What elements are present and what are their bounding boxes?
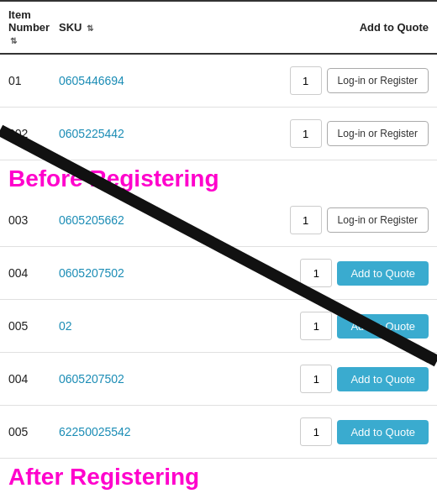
item-number: 002 [8, 127, 59, 140]
login-register-button[interactable]: Log-in or Register [327, 121, 429, 146]
after-registering-label: After Registering [0, 459, 437, 492]
quantity-input[interactable] [290, 66, 322, 95]
before-registering-label: Before Registering [0, 160, 437, 194]
sku-value: 0605446694 [59, 74, 277, 87]
add-to-quote-cell: Add to Quote [277, 312, 429, 340]
sku-value: 0605207502 [59, 266, 277, 280]
quantity-input[interactable] [300, 365, 332, 393]
item-number: 004 [8, 266, 59, 280]
add-to-quote-cell: Log-in or Register [277, 206, 429, 234]
quantity-input[interactable] [290, 119, 322, 148]
table-header: Item Number ⇅ SKU ⇅ Add to Quote [0, 0, 437, 55]
sku-value: 0605205662 [59, 213, 277, 227]
sku-value: 0605207502 [59, 372, 277, 386]
add-to-quote-cell: Log-in or Register [277, 119, 429, 148]
sort-arrow-item[interactable]: ⇅ [10, 36, 17, 45]
add-to-quote-cell: Add to Quote [277, 417, 429, 446]
login-register-button[interactable]: Log-in or Register [327, 207, 429, 233]
sku-value: 0605225442 [59, 127, 277, 140]
quantity-input[interactable] [300, 259, 332, 287]
quantity-input[interactable] [300, 312, 332, 340]
login-register-button[interactable]: Log-in or Register [327, 68, 429, 93]
quantity-input[interactable] [300, 417, 332, 446]
add-to-quote-cell: Add to Quote [277, 259, 429, 287]
table-row: 005 02 Add to Quote [0, 300, 437, 353]
item-number: 005 [8, 425, 59, 438]
table-row: 005 62250025542 Add to Quote [0, 406, 437, 459]
table-row: 002 0605225442 Log-in or Register [0, 108, 437, 160]
item-number: 003 [8, 213, 59, 227]
sku-value: 02 [59, 319, 277, 333]
table-row: 004 0605207502 Add to Quote [0, 353, 437, 406]
table-row: 006 0605305682 Add to Quote [0, 492, 437, 504]
table-row: 004 0605207502 Add to Quote [0, 247, 437, 300]
table-row: 01 0605446694 Log-in or Register [0, 55, 437, 108]
product-table: Item Number ⇅ SKU ⇅ Add to Quote 01 0605… [0, 0, 437, 504]
add-to-quote-button[interactable]: Add to Quote [337, 420, 429, 444]
item-number: 005 [8, 319, 59, 333]
quantity-input[interactable] [290, 206, 322, 234]
add-to-quote-button[interactable]: Add to Quote [337, 314, 429, 339]
add-to-quote-cell: Add to Quote [277, 365, 429, 393]
add-to-quote-button[interactable]: Add to Quote [337, 367, 429, 391]
table-row: 003 0605205662 Log-in or Register [0, 194, 437, 247]
col-sku: SKU ⇅ [59, 21, 277, 34]
sku-value: 62250025542 [59, 425, 277, 438]
add-to-quote-cell: Log-in or Register [277, 66, 429, 95]
col-item-number: Item Number ⇅ [8, 8, 59, 46]
item-number: 01 [8, 74, 59, 87]
col-add-to-quote: Add to Quote [277, 21, 429, 34]
add-to-quote-button[interactable]: Add to Quote [337, 261, 429, 286]
item-number: 004 [8, 372, 59, 386]
sort-arrow-sku[interactable]: ⇅ [87, 24, 93, 33]
